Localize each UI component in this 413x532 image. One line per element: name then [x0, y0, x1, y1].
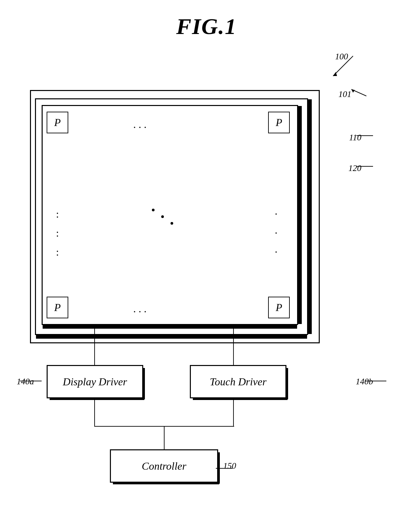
ref-140a-label: 140a	[17, 377, 34, 387]
ref-101-arrow	[346, 86, 380, 99]
svg-point-8	[171, 222, 173, 225]
dots-bottom: ...	[133, 303, 149, 315]
ref-110-label: 110	[349, 133, 361, 143]
pixel-tr: P	[268, 112, 290, 133]
controller-label: Controller	[142, 460, 187, 472]
dots-top: ...	[133, 118, 149, 131]
page: FIG.1 100 101 110 120 P P P P ... ...	[0, 0, 413, 532]
svg-marker-3	[351, 89, 355, 93]
ref-101-label: 101	[338, 89, 351, 99]
line-dd-down	[94, 400, 95, 427]
diag-dots	[150, 203, 177, 232]
ref-150-label: 150	[223, 461, 236, 471]
display-driver-label: Display Driver	[63, 376, 127, 388]
ref-100-label: 100	[335, 52, 348, 62]
line-td-down	[233, 400, 234, 427]
touch-driver-label: Touch Driver	[210, 376, 266, 388]
svg-point-6	[152, 209, 155, 211]
display-driver-box: Display Driver	[47, 365, 143, 398]
pixel-bl: P	[47, 297, 68, 318]
touch-driver-box: Touch Driver	[190, 365, 286, 398]
line-display-vertical	[94, 328, 95, 365]
vdots-left: : : :	[56, 207, 59, 259]
line-touch-vertical	[233, 328, 234, 365]
figure-title: FIG.1	[0, 13, 413, 40]
pixel-tl: P	[47, 112, 68, 133]
line-center-down	[164, 426, 165, 449]
controller-box: Controller	[110, 449, 218, 483]
pixel-br: P	[268, 297, 290, 318]
svg-point-7	[161, 215, 164, 218]
ref-120-label: 120	[348, 163, 361, 173]
ref-140b-label: 140b	[356, 377, 373, 387]
vdots-right: · · ·	[275, 207, 277, 259]
